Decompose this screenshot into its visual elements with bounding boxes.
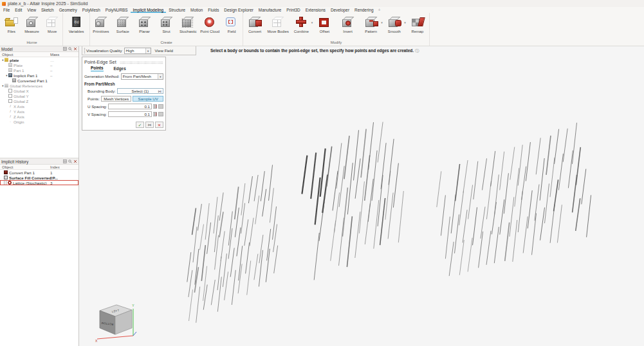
tree-item-x-axis[interactable]: /X Axis [0,104,78,109]
menu-rendering[interactable]: Rendering [352,7,376,13]
tree-item-global-y[interactable]: Global Y [0,93,78,98]
settings-icon[interactable]: + [376,8,383,12]
move-bodies-button[interactable]: Move Bodies [267,14,289,33]
menu-structure[interactable]: Structure [166,7,188,13]
bounds-button[interactable]: ⋈ [145,122,154,128]
tree-item-converted-part-1[interactable]: Converted Part 1 [0,78,78,83]
measure-button[interactable]: Measure [22,14,42,33]
menu-sketch[interactable]: Sketch [39,7,57,13]
search-icon[interactable] [68,159,72,163]
tree-item-global-x[interactable]: Global X [0,88,78,93]
close-icon[interactable] [73,47,77,51]
smooth-icon [387,15,402,29]
pattern-button[interactable]: ▾Pattern [360,14,382,33]
ribbon-item-label: Pattern [360,30,382,33]
search-icon[interactable] [68,47,72,51]
chevron-down-icon[interactable]: ▾ [381,21,383,24]
menu-polynurbs[interactable]: PolyNURBS [103,7,131,13]
expression-table-icon[interactable] [158,104,163,109]
tree-item-origin[interactable]: ·Origin [0,119,78,124]
generation-method-select[interactable]: From Part/Mesh ▾ [121,73,163,80]
mesh-vertices-button[interactable]: Mesh Vertices [101,96,132,102]
unit-toggle-icon[interactable] [153,112,157,116]
menu-view[interactable]: View [24,7,39,13]
bounding-body-select-button[interactable]: Select (1) ⋈ [117,88,163,94]
ribbon-group-label: Modify [243,40,429,46]
apply-button[interactable]: ✓ [136,122,144,128]
offset-button[interactable]: Offset [313,14,335,33]
viewport-3d[interactable]: Visualization Quality High ▾ View Field … [79,46,644,346]
chevron-down-icon[interactable]: ▾ [404,21,406,24]
convert-button[interactable]: Convert [244,14,266,33]
variables-button[interactable]: f(x)Variables [66,14,87,33]
grid-view-icon[interactable] [63,47,67,51]
tree-item-implicit-part-1[interactable]: ▾Implicit Part 1– [0,73,78,78]
view-field-button[interactable]: View Field [153,48,175,53]
menu-geometry[interactable]: Geometry [57,7,80,13]
menu-design-explorer[interactable]: Design Explorer [221,7,255,13]
menu-developer[interactable]: Developer [328,7,352,13]
move-button[interactable]: Move [42,14,62,33]
menu-file[interactable]: File [1,7,12,13]
u-spacing-input[interactable]: 0.1 [108,104,152,109]
menu-extensions[interactable]: Extensions [303,7,328,13]
menu-implicit-modeling[interactable]: Implicit Modeling [131,7,167,13]
visualization-quality-select[interactable]: High ▾ [124,48,151,54]
remap-button[interactable]: Remap [407,14,428,33]
history-item-lattice-stochastic[interactable]: Lattice (Stochastic)3 [0,180,78,185]
ribbon-item-label: Offset [313,30,335,33]
ribbon-group-misc: f(x)Variables [63,13,90,46]
cancel-button[interactable]: ✕ [155,122,163,128]
ribbon-item-label: Files [1,30,22,33]
axis-icon: / [8,109,12,113]
menu-polymesh[interactable]: PolyMesh [80,7,103,13]
history-item-surface-fill-converted-p[interactable]: Surface Fill Converted P...2 [0,175,78,180]
tree-item-plate[interactable]: Plate– [0,62,78,68]
primitives-button[interactable]: Primitives [90,14,112,33]
tree-item-y-axis[interactable]: /Y Axis [0,109,78,114]
menu-print3d[interactable]: Print3D [284,7,302,13]
toolbar-drag-handle-icon[interactable] [84,48,86,53]
history-item-convert-part-1[interactable]: Convert Part 11 [0,170,78,175]
info-icon: ⓘ [415,48,419,53]
title-bar: plate.x_b - Altair Inspire 2025 - SimSol… [0,0,644,7]
index-value: 2 [50,176,52,180]
y-axis-label: Y [132,304,134,307]
menu-edit[interactable]: Edit [12,7,24,13]
tree-item-part-1[interactable]: Part 1– [0,68,78,73]
menu-motion[interactable]: Motion [188,7,205,13]
tree-item-global-z[interactable]: Global Z [0,98,78,104]
close-icon[interactable] [73,159,77,163]
surface-button[interactable]: Surface [112,14,134,33]
lattice-bars-icon [4,181,7,185]
invert-button[interactable]: Invert [337,14,359,33]
point-cloud-button[interactable]: Point Cloud [199,14,221,33]
combine-button[interactable]: ▾Combine [290,14,312,33]
field-button[interactable]: Field [221,14,243,33]
planar-button[interactable]: Planar [134,14,156,33]
dialog-drag-handle-icon[interactable] [120,61,163,64]
ribbon-item-label: Primitives [90,30,112,33]
menu-manufacture[interactable]: Manufacture [256,7,284,13]
tree-item-z-axis[interactable]: /Z Axis [0,114,78,119]
smooth-button[interactable]: ▾Smooth [383,14,405,33]
sample-uv-button[interactable]: Sample UV [133,96,163,102]
stochastic-button[interactable]: Stochastic [177,14,199,33]
unit-toggle-icon[interactable] [153,104,157,109]
tab-edges[interactable]: Edges [114,66,126,71]
tree-item-label: Global Z [14,99,28,104]
tree-item-plate[interactable]: ▾plate… [0,57,78,62]
expression-table-icon[interactable] [158,112,163,116]
view-cube[interactable]: LEFT BOTTOM X Y [92,301,143,343]
menu-fluids[interactable]: Fluids [205,7,221,13]
v-spacing-input[interactable]: 0.1 [108,111,152,117]
tree-item-global-references[interactable]: ▾Global References [0,83,78,88]
tab-points[interactable]: Points [91,66,104,71]
bounding-body-label: Bounding Body: [87,89,116,93]
files-button[interactable]: Files [1,14,22,33]
grid-view-icon[interactable] [63,159,67,163]
mass-value: – [50,73,52,78]
chevron-down-icon[interactable]: ▾ [311,21,313,24]
strut-button[interactable]: Strut [156,14,178,33]
points-label: Points: [87,96,100,101]
